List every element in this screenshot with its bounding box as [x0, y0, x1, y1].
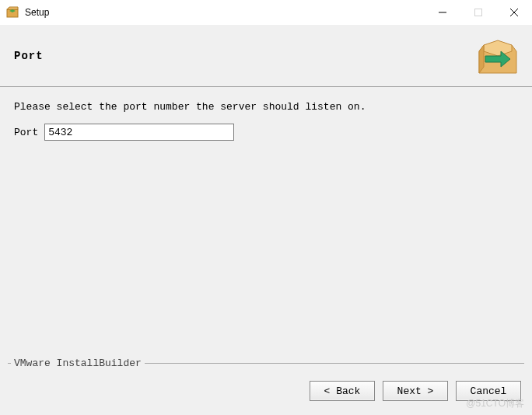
wizard-footer: VMware InstallBuilder < Back Next > Canc… [0, 351, 532, 415]
builder-label: VMware InstallBuilder [12, 357, 143, 369]
wizard-header: Port [0, 25, 532, 87]
app-icon [6, 6, 19, 19]
back-button[interactable]: < Back [310, 381, 375, 401]
wizard-content: Please select the port number the server… [0, 87, 532, 351]
footer-separator: VMware InstallBuilder [8, 357, 524, 368]
package-icon [474, 33, 521, 79]
port-input[interactable] [44, 124, 234, 141]
cancel-button[interactable]: Cancel [456, 381, 521, 401]
port-row: Port [14, 124, 518, 141]
svg-rect-4 [475, 9, 482, 16]
svg-marker-1 [7, 7, 18, 9]
page-heading: Port [14, 50, 44, 62]
next-button[interactable]: Next > [383, 381, 448, 401]
close-button[interactable] [496, 0, 532, 25]
button-row: < Back Next > Cancel [310, 381, 521, 401]
port-label: Port [14, 127, 38, 138]
window-title: Setup [25, 7, 425, 18]
maximize-button [460, 0, 496, 25]
window-controls [425, 0, 532, 25]
minimize-button[interactable] [425, 0, 460, 25]
instruction-text: Please select the port number the server… [14, 101, 518, 113]
titlebar: Setup [0, 0, 532, 25]
